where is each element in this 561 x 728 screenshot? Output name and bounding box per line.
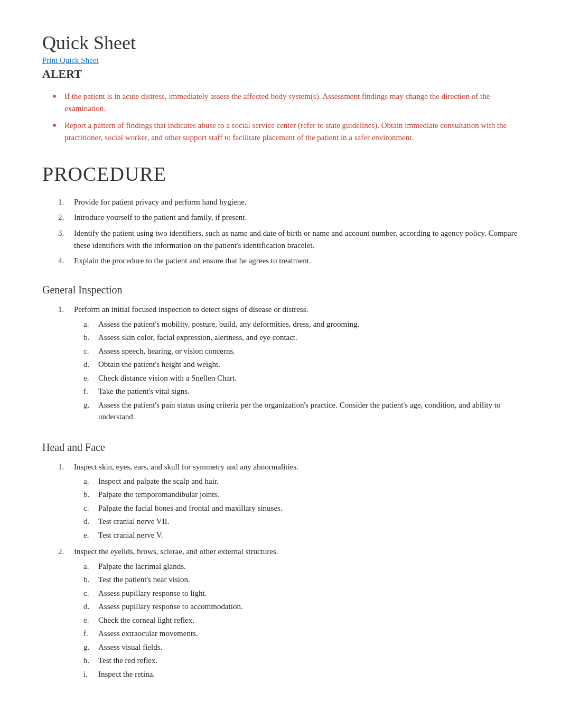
alert-bullet-1: ▪: [53, 89, 64, 104]
hf-sub-1a: a.Inspect and palpate the scalp and hair…: [83, 475, 298, 487]
hf-step-2-text: Inspect the eyelids, brows, sclerae, and…: [74, 547, 278, 556]
head-and-face-list: 1. Inspect skin, eyes, ears, and skull f…: [58, 461, 519, 682]
gi-step-1: 1. Perform an initial focused inspection…: [58, 303, 519, 424]
procedure-step-2: 2. Introduce yourself to the patient and…: [58, 211, 519, 224]
alert-bullet-2: ▪: [53, 118, 64, 133]
gi-sub-1d: d.Obtain the patient's height and weight…: [83, 358, 519, 371]
alert-heading: ALERT: [42, 67, 519, 81]
gi-sub-list-1: a.Assess the patient's mobility, posture…: [83, 318, 519, 423]
hf-sub-2i: i.Inspect the retina.: [83, 668, 278, 680]
step-num-4: 4.: [58, 255, 74, 267]
hf-sub-list-1: a.Inspect and palpate the scalp and hair…: [83, 475, 298, 541]
step-text-2: Introduce yourself to the patient and fa…: [74, 211, 247, 224]
alert-text-2: Report a pattern of findings that indica…: [64, 119, 519, 143]
general-inspection-section: General Inspection 1. Perform an initial…: [42, 284, 519, 424]
alert-list: ▪ If the patient is in acute distress, i…: [53, 90, 519, 143]
hf-num-2: 2.: [58, 546, 74, 558]
hf-step-1: 1. Inspect skin, eyes, ears, and skull f…: [58, 461, 519, 543]
step-num-1: 1.: [58, 196, 74, 208]
gi-sub-1e: e.Check distance vision with a Snellen C…: [83, 372, 519, 384]
hf-step-2: 2. Inspect the eyelids, brows, sclerae, …: [58, 546, 519, 681]
gi-step-1-content: Perform an initial focused inspection to…: [74, 303, 519, 424]
hf-sub-2f: f.Assess extraocular movements.: [83, 628, 278, 640]
hf-step-1-content: Inspect skin, eyes, ears, and skull for …: [74, 461, 298, 543]
step-num-3: 3.: [58, 227, 74, 239]
hf-step-2-content: Inspect the eyelids, brows, sclerae, and…: [74, 546, 278, 681]
head-and-face-title: Head and Face: [42, 441, 519, 454]
hf-sub-2e: e.Check the corneal light reflex.: [83, 614, 278, 626]
hf-num-1: 1.: [58, 461, 74, 473]
hf-sub-1b: b.Palpate the temporomandibular joints.: [83, 489, 298, 501]
gi-sub-1g: g.Assess the patient's pain status using…: [83, 399, 519, 423]
print-quick-sheet-link[interactable]: Print Quick Sheet: [42, 56, 519, 65]
gi-step-1-text: Perform an initial focused inspection to…: [74, 305, 308, 314]
procedure-list: 1. Provide for patient privacy and perfo…: [58, 196, 519, 267]
alert-item-2: ▪ Report a pattern of findings that indi…: [53, 119, 519, 143]
gi-sub-1c: c.Assess speech, hearing, or vision conc…: [83, 345, 519, 357]
hf-sub-1e: e.Test cranial nerve V.: [83, 529, 298, 541]
general-inspection-title: General Inspection: [42, 284, 519, 296]
hf-sub-2d: d.Assess pupillary response to accommoda…: [83, 601, 278, 613]
hf-step-1-text: Inspect skin, eyes, ears, and skull for …: [74, 463, 298, 471]
hf-sub-2g: g.Assess visual fields.: [83, 641, 278, 653]
hf-sub-1d: d.Test cranial nerve VII.: [83, 515, 298, 528]
alert-item-1: ▪ If the patient is in acute distress, i…: [53, 90, 519, 114]
step-num-2: 2.: [58, 211, 74, 224]
step-text-3: Identify the patient using two identifie…: [74, 227, 519, 252]
alert-text-1: If the patient is in acute distress, imm…: [64, 90, 519, 114]
gi-sub-1b: b.Assess skin color, facial expression, …: [83, 331, 519, 344]
hf-sub-2h: h.Test the red reflex.: [83, 655, 278, 667]
head-and-face-section: Head and Face 1. Inspect skin, eyes, ear…: [42, 441, 519, 682]
page-title: Quick Sheet: [42, 32, 519, 54]
hf-sub-1c: c.Palpate the facial bones and frontal a…: [83, 502, 298, 514]
general-inspection-list: 1. Perform an initial focused inspection…: [58, 303, 519, 424]
procedure-section: PROCEDURE 1. Provide for patient privacy…: [42, 162, 519, 267]
hf-sub-list-2: a.Palpate the lacrimal glands. b.Test th…: [83, 560, 278, 680]
hf-sub-2a: a.Palpate the lacrimal glands.: [83, 560, 278, 573]
gi-num-1: 1.: [58, 303, 74, 316]
procedure-step-1: 1. Provide for patient privacy and perfo…: [58, 196, 519, 208]
procedure-step-3: 3. Identify the patient using two identi…: [58, 227, 519, 252]
step-text-4: Explain the procedure to the patient and…: [74, 255, 311, 267]
step-text-1: Provide for patient privacy and perform …: [74, 196, 247, 208]
hf-sub-2b: b.Test the patient's near vision.: [83, 574, 278, 586]
gi-sub-1f: f.Take the patient's vital signs.: [83, 385, 519, 398]
procedure-title: PROCEDURE: [42, 162, 519, 186]
procedure-step-4: 4. Explain the procedure to the patient …: [58, 255, 519, 267]
hf-sub-2c: c.Assess pupillary response to light.: [83, 587, 278, 600]
gi-sub-1a: a.Assess the patient's mobility, posture…: [83, 318, 519, 330]
